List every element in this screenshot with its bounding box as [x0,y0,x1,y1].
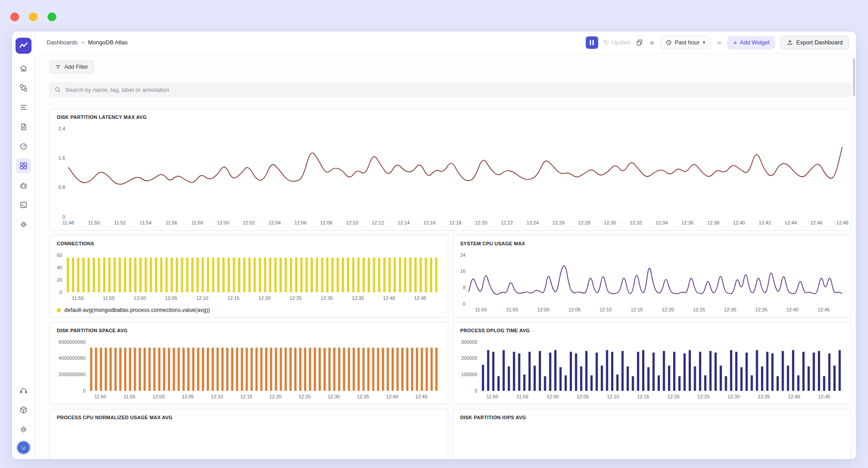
sidebar-item-services[interactable] [16,80,31,95]
panel-title: DISK PARTITION SPACE AVG [57,328,448,333]
svg-text:12:14: 12:14 [398,220,410,225]
update-button[interactable]: ↻ Update [604,39,631,46]
close-window-button[interactable] [10,12,19,21]
gauge-icon [19,142,28,151]
headset-icon [19,386,28,395]
app-logo[interactable] [16,38,32,54]
chart-row: DISK PARTITION SPACE AVG 600000000040000… [49,322,852,405]
add-widget-button[interactable]: + Add Widget [727,36,775,49]
svg-text:200000: 200000 [461,355,477,361]
svg-text:0.8: 0.8 [59,185,65,190]
time-prev-button[interactable]: « [649,39,655,46]
svg-text:2000000000: 2000000000 [59,372,86,377]
user-avatar[interactable] [17,441,30,454]
bar-chart-process-oplog-time[interactable]: 300000200000100000011:5011:5512:0012:051… [456,338,848,401]
export-dashboard-button[interactable]: Export Dashboard [781,36,849,49]
svg-text:12:45: 12:45 [818,394,830,399]
sidebar-item-assistant[interactable] [16,178,31,193]
list-icon [19,103,28,112]
svg-text:40: 40 [57,265,62,270]
sidebar-item-logs[interactable] [16,119,31,134]
grid-icon [19,161,28,170]
search-input[interactable] [65,87,846,93]
svg-text:12:20: 12:20 [269,394,282,399]
svg-text:0: 0 [63,214,65,220]
sidebar-item-account-settings[interactable] [16,422,31,437]
svg-text:12:30: 12:30 [327,394,340,399]
svg-text:12:10: 12:10 [196,295,209,301]
chart-row: CONNECTIONS 604020011:5011:5512:0012:051… [49,235,852,318]
minimize-window-button[interactable] [29,12,38,21]
svg-text:12:40: 12:40 [788,394,801,399]
sidebar-item-releases[interactable] [16,402,31,417]
svg-text:12:02: 12:02 [243,220,255,225]
svg-text:12:15: 12:15 [631,307,643,312]
vertical-scrollbar-thumb[interactable] [853,58,855,96]
panel-title: DISK PARTITION IOPS AVG [460,415,851,420]
svg-text:12:30: 12:30 [728,394,740,399]
app-window: Dashboards > MongoDB Atlas ↻ Update [12,31,856,459]
bar-chart-disk-partition-space[interactable]: 600000000040000000002000000000011:5011:5… [52,338,445,401]
svg-text:12:40: 12:40 [733,220,746,225]
svg-text:12:45: 12:45 [414,295,426,301]
breadcrumb-dashboards[interactable]: Dashboards [47,39,78,46]
gear-icon [19,220,28,229]
legend-item-connections[interactable]: default-avg(mongodbatlas.process.connect… [57,307,210,313]
sidebar-item-traces[interactable] [16,100,31,115]
pause-icon [592,40,594,45]
svg-text:12:34: 12:34 [655,220,668,225]
chart-panel-disk-partition-latency: DISK PARTITION LATENCY MAX AVG 2.41.60.8… [49,109,852,231]
svg-text:12:22: 12:22 [501,220,513,225]
svg-text:12:40: 12:40 [383,295,395,301]
zoom-window-button[interactable] [47,12,56,21]
main-area: Dashboards > MongoDB Atlas ↻ Update [35,31,856,459]
bar-chart-connections[interactable]: 604020011:5011:5512:0012:0512:1012:1512:… [52,252,445,303]
svg-text:11:55: 11:55 [123,394,135,399]
svg-text:12:48: 12:48 [836,220,848,225]
svg-text:20: 20 [57,277,62,283]
add-widget-label: Add Widget [740,39,769,46]
svg-text:12:46: 12:46 [810,220,823,225]
sidebar-item-widgets[interactable] [16,158,31,173]
svg-text:12:18: 12:18 [449,220,462,225]
sidebar-item-ide[interactable] [16,197,31,212]
bot-icon [19,181,28,190]
copy-dashboard-button[interactable] [635,39,643,47]
svg-text:11:50: 11:50 [475,307,487,312]
gear-icon [19,425,28,434]
svg-text:12:15: 12:15 [227,295,240,301]
svg-text:12:30: 12:30 [321,295,333,301]
svg-text:12:30: 12:30 [604,220,616,225]
sidebar-item-support[interactable] [16,383,31,398]
svg-text:24: 24 [460,252,466,258]
svg-text:12:24: 12:24 [527,220,539,225]
svg-text:12:10: 12:10 [600,307,612,312]
svg-text:1.6: 1.6 [59,155,65,161]
add-filter-button[interactable]: Add Filter [49,60,94,74]
pause-refresh-button[interactable] [586,36,598,49]
svg-text:12:25: 12:25 [289,295,302,301]
svg-text:6000000000: 6000000000 [59,339,86,345]
sidebar-item-settings[interactable] [16,217,31,232]
svg-text:12:28: 12:28 [578,220,591,225]
line-chart-system-cpu-usage[interactable]: 24168011:5011:5512:0012:0512:1012:1512:2… [456,252,848,315]
svg-text:12:45: 12:45 [415,394,428,399]
cube-icon [19,405,28,414]
svg-text:4000000000: 4000000000 [59,355,86,361]
search-bar [49,82,852,97]
line-chart-disk-partition-latency[interactable]: 2.41.60.8011:4811:5011:5211:5411:5611:58… [52,125,848,228]
svg-text:12:32: 12:32 [630,220,642,225]
svg-text:12:08: 12:08 [320,220,332,225]
svg-text:16: 16 [460,268,466,274]
svg-text:11:54: 11:54 [140,220,152,225]
time-next-button[interactable]: » [716,39,722,46]
document-icon [19,122,28,131]
sidebar-item-home[interactable] [16,61,31,76]
sidebar-item-dashboards[interactable] [16,139,31,154]
svg-text:12:35: 12:35 [357,394,369,399]
svg-text:12:26: 12:26 [552,220,565,225]
time-range-selector[interactable]: Past hour ▾ [660,36,711,49]
breadcrumb-separator: > [81,39,84,46]
svg-text:12:06: 12:06 [294,220,307,225]
svg-text:11:56: 11:56 [166,220,178,225]
